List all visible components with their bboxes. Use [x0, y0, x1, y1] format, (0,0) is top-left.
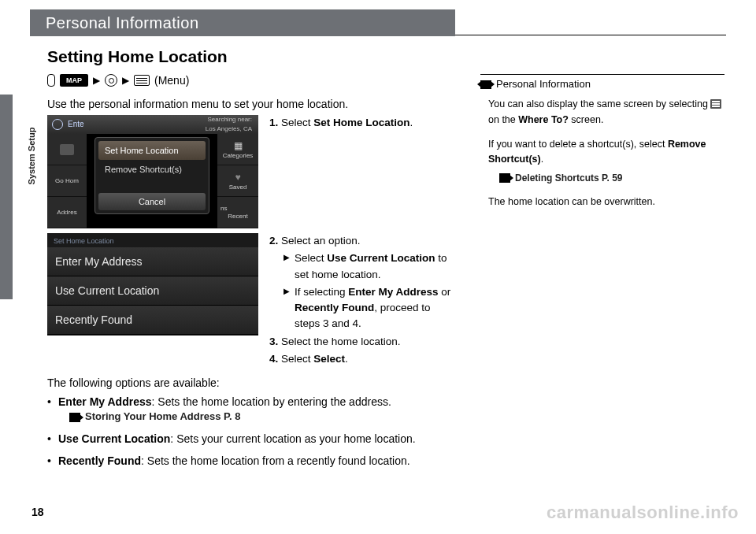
notes-p2c: .	[541, 154, 543, 165]
header-rule	[455, 35, 726, 35]
recent-ns: ns	[220, 205, 227, 212]
breadcrumb: MAP ▶ ▶ (Menu)	[47, 74, 457, 87]
step-1-bold: Set Home Location	[313, 117, 410, 128]
xref-storing-home: Storing Your Home Address P. 8	[69, 410, 457, 425]
notes-p1: You can also display the same screen by …	[488, 97, 724, 128]
search-hint-2: Los Angeles, CA	[206, 124, 252, 134]
page-number: 18	[32, 506, 44, 518]
popup-cancel[interactable]: Cancel	[98, 193, 206, 210]
step-2b-b1: Enter My Address	[348, 286, 438, 298]
step-2-num: 2.	[269, 235, 278, 247]
notes-p1b: on the	[488, 114, 518, 125]
popup-remove-shortcut[interactable]: Remove Shortcut(s)	[98, 160, 206, 179]
step-4-bold: Select	[313, 353, 345, 365]
shot2-recently-found[interactable]: Recently Found	[47, 306, 258, 335]
menu-icon	[134, 75, 150, 86]
home-icon	[60, 144, 74, 155]
option-enter-address: Enter My Address: Sets the home location…	[47, 394, 457, 425]
breadcrumb-menu-label: (Menu)	[154, 74, 189, 87]
option-3-bold: Recently Found	[58, 454, 141, 467]
map-button-icon: MAP	[60, 74, 88, 87]
shot2-head: Set Home Location	[47, 233, 258, 247]
option-2-bold: Use Current Location	[58, 432, 170, 445]
search-icon	[105, 74, 117, 87]
saved-label: Saved	[229, 184, 247, 191]
screenshot-popup: Ente Searching near: Los Angeles, CA Go …	[47, 115, 258, 228]
screenshot-set-home: Set Home Location Enter My Address Use C…	[47, 233, 258, 336]
step-1-end: .	[410, 117, 413, 128]
watermark: carmanualsonline.info	[547, 502, 739, 523]
step-2b-pre: If selecting	[295, 286, 348, 298]
chapter-title: Personal Information	[30, 9, 455, 36]
step-1-pre: Select	[281, 117, 313, 128]
arrow-icon: ▶	[93, 75, 100, 86]
notes-p3: The home location can be overwritten.	[488, 195, 724, 210]
step-4-pre: Select	[281, 353, 313, 365]
step-2a-bold: Use Current Location	[327, 252, 435, 264]
go-home-label: Go Hom	[55, 177, 79, 184]
search-field-text: Ente	[68, 120, 84, 128]
notes-heading: Personal Information	[480, 74, 724, 92]
notes-p1d: screen.	[569, 114, 603, 125]
side-tab	[0, 95, 13, 299]
step-3-text: Select the home location.	[281, 336, 401, 347]
shot2-use-current[interactable]: Use Current Location	[47, 276, 258, 306]
notes-head-text: Personal Information	[496, 76, 591, 92]
option-use-current: Use Current Location: Sets your current …	[47, 431, 457, 447]
recent-label: Recent	[228, 213, 247, 220]
step-2b-b2: Recently Found	[295, 302, 374, 313]
xref-deleting-shortcuts: Deleting Shortcuts P. 59	[499, 171, 724, 186]
xref-icon	[499, 173, 510, 183]
xref-1-label: Storing Your Home Address	[85, 410, 220, 422]
heart-icon: ♥	[235, 172, 240, 183]
notes-p1c: Where To?	[518, 114, 569, 125]
step-2b-mid: or	[439, 286, 451, 298]
categories-label: Categories	[223, 152, 254, 159]
step-1-num: 1.	[269, 117, 278, 128]
option-3-text: : Sets the home location from a recently…	[141, 454, 410, 467]
notes-p1a: You can also display the same screen by …	[488, 98, 710, 109]
option-1-bold: Enter My Address	[58, 395, 152, 408]
option-recently-found: Recently Found: Sets the home location f…	[47, 453, 457, 469]
step-2a-pre: Select	[295, 252, 327, 264]
notes-xref-page: P. 59	[599, 172, 623, 184]
notes-p2: If you want to delete a shortcut(s), sel…	[488, 137, 724, 168]
search-hint-1: Searching near:	[206, 115, 252, 124]
arrow-icon: ▶	[122, 75, 129, 86]
hamburger-icon	[710, 99, 721, 109]
step-4-num: 4.	[269, 353, 278, 365]
xref-1-page: P. 8	[220, 410, 240, 422]
address-label: Addres	[57, 209, 76, 216]
step-2-text: Select an option.	[281, 235, 361, 247]
side-tab-label: System Setup	[27, 117, 36, 195]
intro-text: Use the personal information menu to set…	[47, 98, 457, 110]
option-1-text: : Sets the home location by entering the…	[152, 395, 391, 408]
section-title: Setting Home Location	[47, 47, 457, 66]
xref-icon	[69, 413, 80, 422]
notes-p2a: If you want to delete a shortcut(s), sel…	[488, 139, 668, 150]
step-4-end: .	[345, 353, 348, 365]
popup-set-home[interactable]: Set Home Location	[98, 141, 206, 160]
option-2-text: : Sets your current location as your hom…	[170, 432, 415, 445]
options-intro: The following options are available:	[47, 376, 457, 389]
knob-icon	[47, 74, 55, 87]
notes-head-icon	[480, 80, 491, 89]
popup-menu: Set Home Location Remove Shortcut(s) Can…	[94, 137, 209, 214]
notes-xref-label: Deleting Shortcuts	[515, 172, 599, 184]
step-3-num: 3.	[269, 336, 278, 347]
shot2-enter-address[interactable]: Enter My Address	[47, 247, 258, 276]
